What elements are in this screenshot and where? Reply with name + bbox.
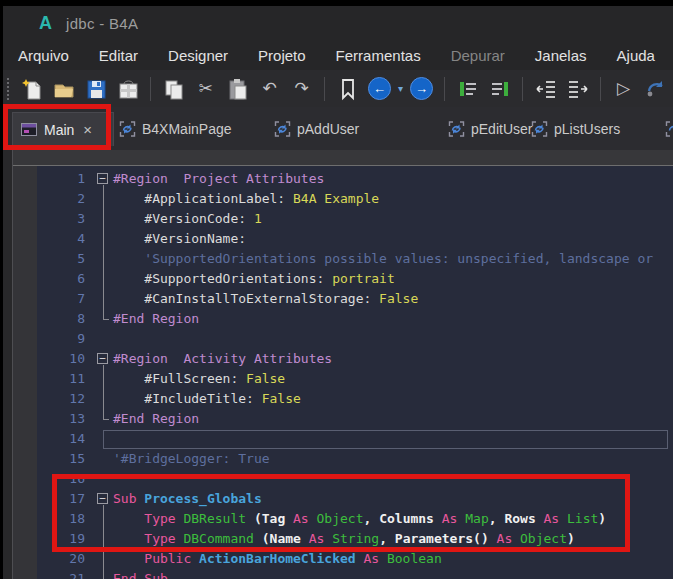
cut-icon[interactable]: ✂ — [192, 76, 219, 102]
code-lines: 1#Region Project Attributes2 #Applicatio… — [37, 169, 673, 579]
code-line[interactable]: 20 Public ActionBarHomeClicked As Boolea… — [37, 549, 673, 569]
menu-ajuda[interactable]: Ajuda — [617, 47, 655, 64]
tab-label: Main — [44, 122, 74, 138]
navigate-back-icon[interactable]: ← — [366, 76, 393, 102]
resume-icon[interactable] — [642, 76, 669, 102]
toolbar-separator — [150, 77, 151, 101]
fold-guide — [95, 249, 113, 269]
code-line[interactable]: 10#Region Activity Attributes — [37, 349, 673, 369]
code-line[interactable]: 18 Type DBResult (Tag As Object, Columns… — [37, 509, 673, 529]
code-line[interactable]: 8#End Region — [37, 309, 673, 329]
code-text: Type DBResult (Tag As Object, Columns As… — [113, 509, 606, 529]
menu-ferramentas[interactable]: Ferramentas — [336, 47, 421, 64]
code-line[interactable]: 14 — [37, 429, 673, 449]
code-line[interactable]: 4 #VersionName: — [37, 229, 673, 249]
code-line[interactable]: 12 #IncludeTitle: False — [37, 389, 673, 409]
bookmark-icon[interactable] — [334, 76, 361, 102]
undo-icon[interactable]: ↶ — [256, 76, 283, 102]
tab-padduser[interactable]: pAddUser — [274, 112, 359, 145]
new-project-icon[interactable] — [18, 76, 45, 102]
toolbar-separator — [444, 77, 445, 101]
tab-plistusers[interactable]: pListUsers — [531, 112, 620, 145]
line-number: 6 — [37, 269, 95, 289]
class-module-icon — [274, 121, 291, 137]
navigate-forward-icon[interactable]: → — [408, 76, 435, 102]
fold-guide — [95, 289, 113, 309]
line-number: 19 — [37, 529, 95, 549]
open-project-icon[interactable] — [50, 76, 77, 102]
line-number: 10 — [37, 349, 95, 369]
window-title: jdbc - B4A — [66, 15, 138, 32]
line-number: 15 — [37, 449, 95, 469]
menu-bar: Arquivo Editar Designer Projeto Ferramen… — [3, 40, 673, 70]
fold-guide — [95, 549, 113, 569]
redo-icon[interactable]: ↷ — [288, 76, 315, 102]
fold-toggle-icon[interactable] — [95, 169, 113, 189]
class-module-icon — [448, 121, 465, 137]
tab-main[interactable]: Main × — [12, 112, 114, 146]
code-line[interactable]: 1#Region Project Attributes — [37, 169, 673, 189]
code-line[interactable]: 9 — [37, 329, 673, 349]
uncomment-icon[interactable] — [486, 76, 513, 102]
package-icon[interactable] — [114, 76, 141, 102]
code-line[interactable]: 2 #ApplicationLabel: B4A Example — [37, 189, 673, 209]
line-number: 5 — [37, 249, 95, 269]
tab-pedituser[interactable]: pEditUser — [448, 112, 532, 145]
line-number: 16 — [37, 469, 95, 489]
close-icon[interactable]: × — [83, 122, 92, 137]
line-number: 9 — [37, 329, 95, 349]
toolbar-separator — [522, 77, 523, 101]
fold-guide — [95, 229, 113, 249]
code-text: #ApplicationLabel: B4A Example — [113, 189, 379, 209]
code-text: #SupportedOrientations: portrait — [113, 269, 395, 289]
code-line[interactable]: 5 'SupportedOrientations possible values… — [37, 249, 673, 269]
paste-icon[interactable] — [224, 76, 251, 102]
menu-depurar[interactable]: Depurar — [451, 47, 505, 64]
tab-b4xmainpage[interactable]: B4XMainPage — [119, 112, 232, 145]
code-line[interactable]: 7 #CanInstallToExternalStorage: False — [37, 289, 673, 309]
fold-guide — [95, 329, 113, 349]
code-line[interactable]: 19 Type DBCommand (Name As String, Param… — [37, 529, 673, 549]
code-line[interactable]: 3 #VersionCode: 1 — [37, 209, 673, 229]
outdent-icon[interactable] — [532, 76, 559, 102]
menu-editar[interactable]: Editar — [99, 47, 138, 64]
code-text: End Sub — [113, 569, 168, 579]
fold-toggle-icon[interactable] — [95, 349, 113, 369]
activity-module-icon — [21, 122, 38, 137]
menu-designer[interactable]: Designer — [168, 47, 228, 64]
code-text: '#BridgeLogger: True — [113, 449, 270, 469]
code-line[interactable]: 17Sub Process_Globals — [37, 489, 673, 509]
code-line[interactable]: 6 #SupportedOrientations: portrait — [37, 269, 673, 289]
class-module-icon — [665, 121, 673, 137]
copy-icon[interactable] — [160, 76, 187, 102]
tab-partial[interactable] — [665, 112, 673, 145]
indent-icon[interactable] — [564, 76, 591, 102]
toolbar: ✂ ↶ ↷ ← ▾ → ▷ — [3, 70, 673, 107]
code-line[interactable]: 13#End Region — [37, 409, 673, 429]
line-number: 2 — [37, 189, 95, 209]
window-left-edge — [3, 150, 13, 579]
comment-icon[interactable] — [454, 76, 481, 102]
tab-label: pListUsers — [554, 121, 620, 137]
toolbar-grip[interactable] — [7, 78, 9, 100]
code-line[interactable]: 15'#BridgeLogger: True — [37, 449, 673, 469]
menu-janelas[interactable]: Janelas — [535, 47, 587, 64]
code-text: #Region Project Attributes — [113, 169, 324, 189]
menu-arquivo[interactable]: Arquivo — [18, 47, 69, 64]
code-text: Type DBCommand (Name As String, Paramete… — [113, 529, 575, 549]
menu-projeto[interactable]: Projeto — [258, 47, 306, 64]
save-icon[interactable] — [82, 76, 109, 102]
navigate-back-dropdown-icon[interactable]: ▾ — [398, 83, 403, 94]
code-line[interactable]: 16 — [37, 469, 673, 489]
code-line[interactable]: 21End Sub — [37, 569, 673, 579]
code-line[interactable]: 11 #FullScreen: False — [37, 369, 673, 389]
tab-bar: Main × B4XMainPage pAddUser pEditUser pL… — [3, 107, 673, 151]
line-number: 11 — [37, 369, 95, 389]
line-number: 14 — [37, 429, 95, 449]
code-editor[interactable]: 1#Region Project Attributes2 #Applicatio… — [37, 166, 673, 579]
fold-toggle-icon[interactable] — [95, 489, 113, 509]
run-icon[interactable]: ▷ — [610, 76, 637, 102]
line-number: 7 — [37, 289, 95, 309]
code-text: #Region Activity Attributes — [113, 349, 332, 369]
code-text: #End Region — [113, 309, 199, 329]
